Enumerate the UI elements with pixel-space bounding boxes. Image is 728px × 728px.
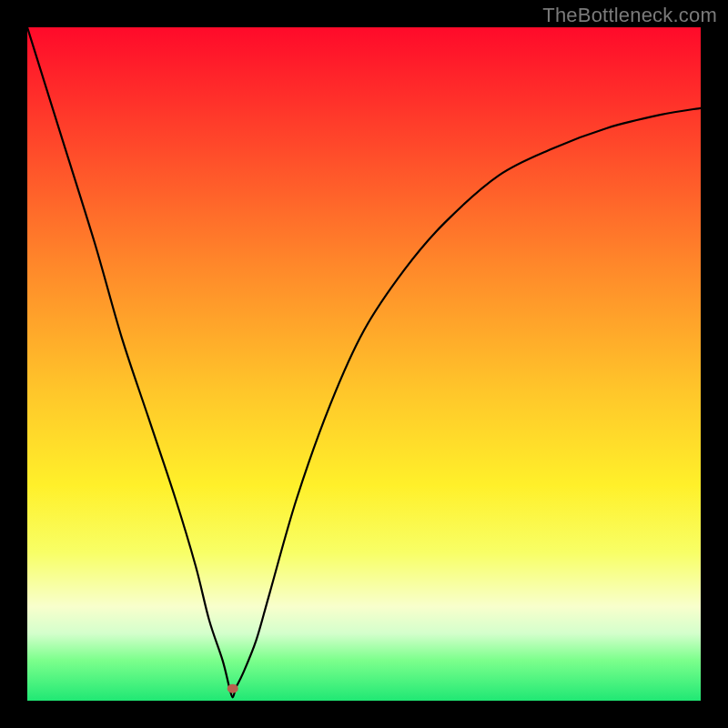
plot-area <box>27 27 701 701</box>
watermark-text: TheBottleneck.com <box>542 4 717 27</box>
bottleneck-curve-svg <box>27 27 701 701</box>
optimum-marker <box>228 684 238 693</box>
chart-stage: TheBottleneck.com <box>0 0 728 728</box>
bottleneck-curve <box>27 27 701 697</box>
